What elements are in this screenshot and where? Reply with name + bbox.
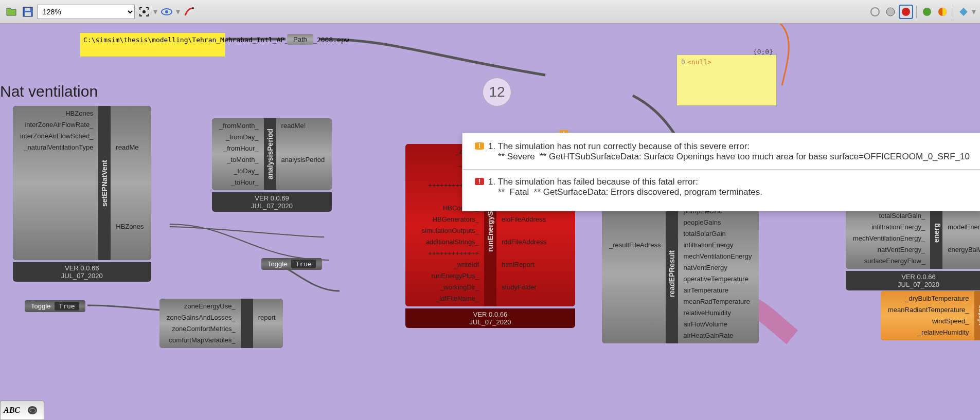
component-zone-output[interactable]: zoneEnergyUse_ zoneGainsAndLosses_ zoneC… [159,299,283,348]
svg-rect-2 [25,12,31,16]
error-tooltip: ! 1. The simulation has not run correctl… [462,133,980,211]
balloon-warning-icon: ! [474,141,485,153]
toolbar: 128% ▾ ▾ ▾ [0,0,980,24]
scribble-tool-button[interactable] [23,403,42,417]
shade-2-button[interactable] [883,5,898,19]
svg-point-3 [143,11,145,13]
canvas[interactable]: Nat ventilation C:\simsim\thesis\modelli… [0,24,980,420]
svg-marker-12 [959,8,968,16]
shade-green-button[interactable] [920,5,934,19]
shade-red-button[interactable] [899,5,913,19]
page-title: Nat ventilation [0,83,98,100]
svg-point-9 [902,8,910,16]
sketch-button[interactable] [182,5,197,19]
svg-text:!: ! [478,142,480,150]
svg-text:!: ! [478,178,480,185]
component-readepresult[interactable]: _resultFileAdress readEPResult pumpElect… [602,204,759,343]
zoom-select[interactable]: 128% [37,5,135,19]
group-badge: 12 [483,78,511,106]
save-button[interactable] [21,5,35,19]
shade-wire-button[interactable] [868,5,882,19]
panel-output[interactable]: {0;0} 0 <null> [676,54,777,106]
toggle-1[interactable]: ToggleTrue [261,258,322,270]
canvas-corner-tools: ABC [0,400,44,420]
toggle-2[interactable]: ToggleTrue [25,300,85,312]
text-tool-button[interactable]: ABC [3,403,21,417]
svg-point-5 [165,10,168,13]
component-analysisperiod[interactable]: _fromMonth_ _fromDay_ _fromHour_ _toMont… [212,118,332,190]
preview-button[interactable] [159,5,174,19]
path-param[interactable]: Path [287,34,313,45]
component-comfort-partial[interactable]: _dryBulbTemperature meanRadiantTemperatu… [881,291,980,340]
balloon-error-icon: ! [474,177,485,188]
svg-point-10 [923,8,931,16]
open-file-button[interactable] [4,5,19,19]
zoom-extents-button[interactable] [137,5,151,19]
svg-point-8 [886,8,895,16]
shade-split-button[interactable] [935,5,950,19]
svg-rect-1 [25,8,30,11]
panel-epw-path[interactable]: C:\simsim\thesis\modelling\Tehran_Mehrab… [80,32,225,57]
svg-point-6 [192,7,194,9]
component-setepnatvent[interactable]: _HBZones interZoneAirFlowRate_ interZone… [13,106,151,260]
svg-point-7 [871,8,879,16]
shade-blue-button[interactable] [956,5,971,19]
